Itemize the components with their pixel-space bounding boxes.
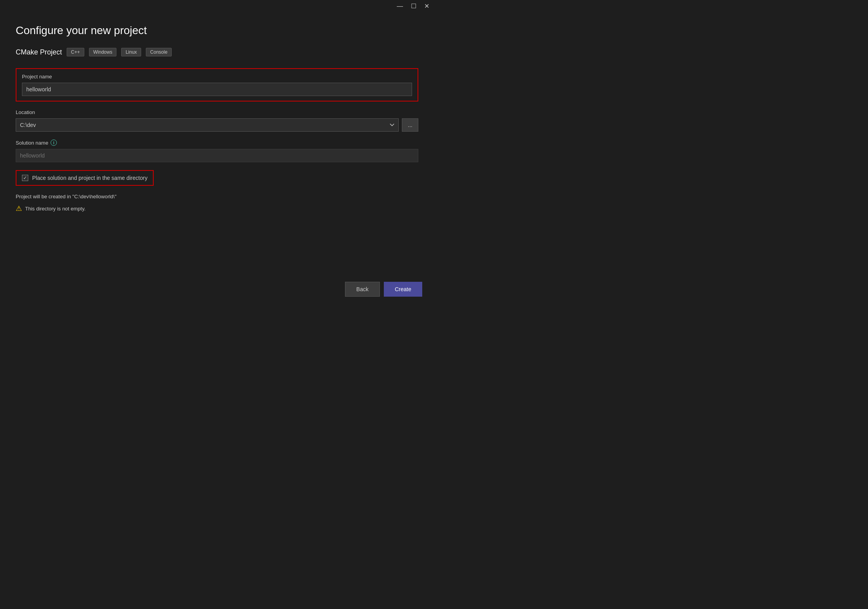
solution-name-label: Solution name i (16, 140, 418, 146)
warning-row: ⚠ This directory is not empty. (16, 204, 418, 213)
location-row: C:\dev ... (16, 118, 418, 132)
tag-console: Console (146, 48, 172, 56)
close-button[interactable]: ✕ (424, 3, 429, 9)
tag-windows: Windows (89, 48, 117, 56)
checkmark-icon: ✓ (23, 176, 27, 180)
project-type-label: CMake Project (16, 48, 62, 56)
browse-button[interactable]: ... (402, 118, 418, 132)
minimize-button[interactable]: — (397, 3, 403, 9)
location-select[interactable]: C:\dev (16, 118, 399, 132)
title-bar: — ☐ ✕ (0, 0, 434, 13)
same-directory-checkbox[interactable]: ✓ (22, 175, 28, 181)
project-name-input[interactable] (22, 83, 412, 96)
solution-name-info-icon: i (51, 140, 57, 146)
location-section: Location C:\dev ... (16, 109, 418, 132)
location-label: Location (16, 109, 418, 115)
back-button[interactable]: Back (345, 282, 380, 297)
warning-text: This directory is not empty. (25, 206, 85, 212)
solution-name-input[interactable] (16, 149, 418, 162)
project-name-section: Project name (16, 68, 418, 102)
project-path-info: Project will be created in "C:\dev\hello… (16, 194, 418, 199)
tag-cpp: C++ (67, 48, 84, 56)
page-title: Configure your new project (16, 24, 418, 37)
maximize-button[interactable]: ☐ (411, 3, 416, 9)
main-content: Configure your new project CMake Project… (0, 13, 434, 225)
solution-name-section: Solution name i (16, 140, 418, 162)
tag-linux: Linux (121, 48, 141, 56)
same-directory-label: Place solution and project in the same d… (32, 175, 147, 181)
bottom-bar: Back Create (345, 282, 422, 297)
create-button[interactable]: Create (384, 282, 422, 297)
same-directory-checkbox-section[interactable]: ✓ Place solution and project in the same… (16, 170, 154, 186)
project-type-row: CMake Project C++ Windows Linux Console (16, 48, 418, 56)
project-name-label: Project name (22, 74, 412, 80)
warning-icon: ⚠ (16, 204, 22, 213)
